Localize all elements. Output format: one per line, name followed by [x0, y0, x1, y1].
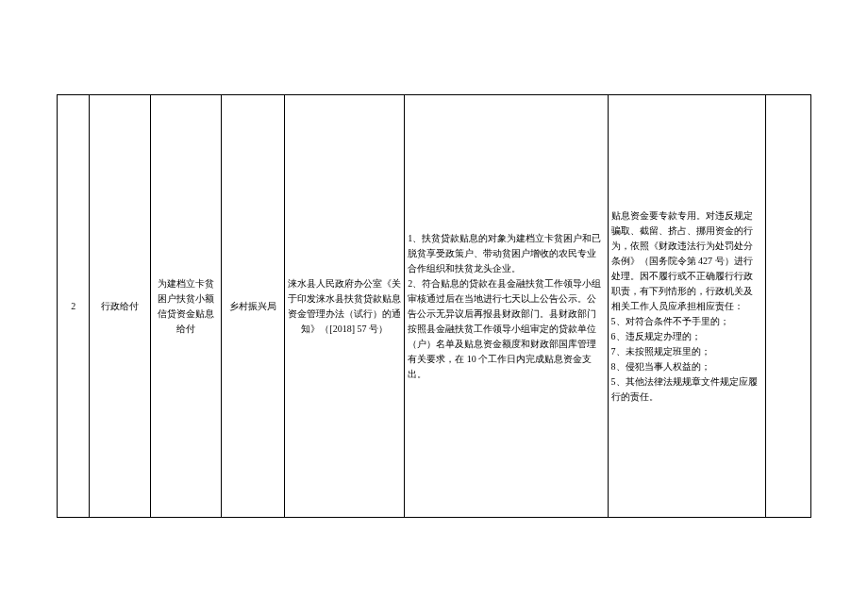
cell-remark [765, 95, 811, 518]
document-page: 2 行政给付 为建档立卡贫困户扶贫小额信贷资金贴息给付 乡村振兴局 涞水县人民政… [0, 0, 868, 574]
cell-index: 2 [58, 95, 90, 518]
cell-type: 行政给付 [90, 95, 151, 518]
cell-process: 1、扶贫贷款贴息的对象为建档立卡贫困户和已脱贫享受政策户、带动贫困户增收的农民专… [405, 95, 608, 518]
table-row: 2 行政给付 为建档立卡贫困户扶贫小额信贷资金贴息给付 乡村振兴局 涞水县人民政… [58, 95, 811, 518]
cell-basis: 涞水县人民政府办公室《关于印发涞水县扶贫贷款贴息资金管理办法（试行）的通知》（[… [285, 95, 405, 518]
data-table: 2 行政给付 为建档立卡贫困户扶贫小额信贷资金贴息给付 乡村振兴局 涞水县人民政… [57, 94, 811, 518]
cell-name: 为建档立卡贫困户扶贫小额信贷资金贴息给付 [151, 95, 222, 518]
cell-responsibility: 贴息资金要专款专用。对违反规定骗取、截留、挤占、挪用资金的行为，依照《财政违法行… [608, 95, 765, 518]
cell-dept: 乡村振兴局 [222, 95, 285, 518]
